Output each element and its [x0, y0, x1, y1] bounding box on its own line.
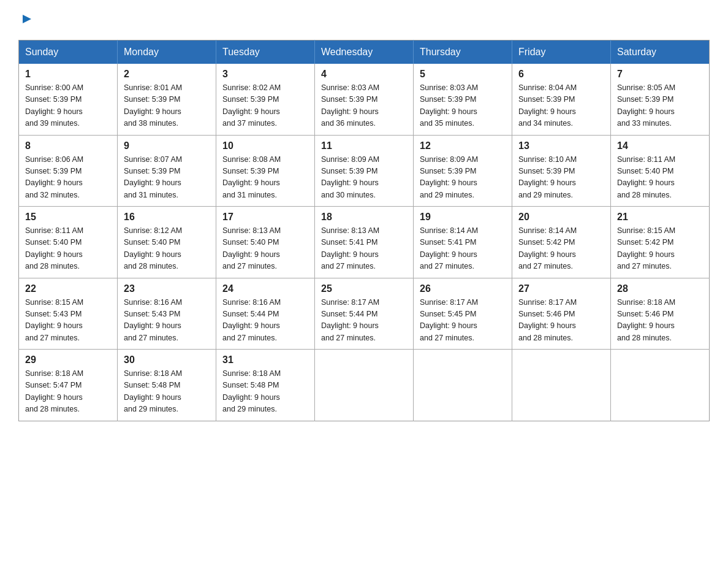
daylight-label: Daylight: 9 hours: [518, 250, 576, 259]
calendar-cell: 24 Sunrise: 8:16 AM Sunset: 5:44 PM Dayl…: [216, 278, 315, 350]
daylight-label: Daylight: 9 hours: [222, 321, 280, 330]
sunrise-label: Sunrise: 8:17 AM: [518, 298, 577, 307]
sunrise-label: Sunrise: 8:03 AM: [420, 83, 478, 92]
sunset-label: Sunset: 5:48 PM: [124, 381, 180, 389]
daylight-label: Daylight: 9 hours: [25, 393, 83, 402]
day-info: Sunrise: 8:11 AM Sunset: 5:40 PM Dayligh…: [25, 225, 111, 273]
calendar-cell: [512, 350, 611, 421]
day-number: 18: [321, 212, 407, 223]
sunset-label: Sunset: 5:46 PM: [518, 310, 575, 318]
day-info: Sunrise: 8:05 AM Sunset: 5:39 PM Dayligh…: [617, 82, 703, 130]
sunset-label: Sunset: 5:46 PM: [617, 310, 673, 318]
calendar-cell: 13 Sunrise: 8:10 AM Sunset: 5:39 PM Dayl…: [512, 135, 611, 207]
sunset-label: Sunset: 5:39 PM: [420, 95, 476, 104]
sunset-label: Sunset: 5:39 PM: [518, 95, 575, 104]
day-info: Sunrise: 8:12 AM Sunset: 5:40 PM Dayligh…: [124, 225, 210, 273]
daylight-minutes: and 29 minutes.: [222, 405, 277, 413]
day-info: Sunrise: 8:04 AM Sunset: 5:39 PM Dayligh…: [518, 82, 604, 130]
sunset-label: Sunset: 5:47 PM: [25, 381, 82, 389]
logo-arrow-icon: [20, 12, 34, 28]
calendar-cell: 23 Sunrise: 8:16 AM Sunset: 5:43 PM Dayl…: [118, 278, 216, 350]
sunrise-label: Sunrise: 8:16 AM: [222, 298, 281, 307]
daylight-minutes: and 33 minutes.: [617, 119, 672, 128]
daylight-label: Daylight: 9 hours: [124, 393, 181, 402]
daylight-label: Daylight: 9 hours: [222, 250, 280, 259]
daylight-minutes: and 38 minutes.: [124, 119, 178, 128]
sunrise-label: Sunrise: 8:17 AM: [420, 298, 478, 307]
day-number: 27: [518, 283, 604, 294]
daylight-minutes: and 28 minutes.: [518, 334, 573, 342]
sunset-label: Sunset: 5:40 PM: [25, 238, 82, 247]
calendar-header-saturday: Saturday: [611, 40, 710, 64]
day-number: 14: [617, 140, 703, 151]
calendar-cell: 3 Sunrise: 8:02 AM Sunset: 5:39 PM Dayli…: [216, 64, 315, 135]
daylight-minutes: and 28 minutes.: [25, 262, 80, 270]
daylight-label: Daylight: 9 hours: [222, 178, 280, 187]
sunset-label: Sunset: 5:41 PM: [321, 238, 377, 247]
day-info: Sunrise: 8:13 AM Sunset: 5:41 PM Dayligh…: [321, 225, 407, 273]
calendar-cell: 9 Sunrise: 8:07 AM Sunset: 5:39 PM Dayli…: [118, 135, 216, 207]
daylight-label: Daylight: 9 hours: [25, 107, 83, 116]
calendar-cell: 29 Sunrise: 8:18 AM Sunset: 5:47 PM Dayl…: [19, 350, 118, 421]
day-number: 22: [25, 283, 111, 294]
sunset-label: Sunset: 5:42 PM: [617, 238, 673, 247]
day-info: Sunrise: 8:07 AM Sunset: 5:39 PM Dayligh…: [124, 154, 210, 202]
sunrise-label: Sunrise: 8:14 AM: [420, 226, 478, 235]
calendar-week-4: 22 Sunrise: 8:15 AM Sunset: 5:43 PM Dayl…: [19, 278, 710, 350]
day-number: 2: [124, 69, 210, 80]
sunset-label: Sunset: 5:39 PM: [420, 167, 476, 175]
daylight-minutes: and 27 minutes.: [617, 262, 672, 270]
daylight-minutes: and 27 minutes.: [25, 334, 80, 342]
calendar-table: SundayMondayTuesdayWednesdayThursdayFrid…: [18, 40, 710, 421]
sunrise-label: Sunrise: 8:12 AM: [124, 226, 182, 235]
day-number: 12: [420, 140, 506, 151]
daylight-label: Daylight: 9 hours: [420, 250, 477, 259]
sunrise-label: Sunrise: 8:00 AM: [25, 83, 83, 92]
calendar-header-tuesday: Tuesday: [216, 40, 315, 64]
day-number: 23: [124, 283, 210, 294]
day-info: Sunrise: 8:18 AM Sunset: 5:48 PM Dayligh…: [124, 368, 210, 416]
day-info: Sunrise: 8:14 AM Sunset: 5:41 PM Dayligh…: [420, 225, 506, 273]
daylight-minutes: and 28 minutes.: [617, 191, 672, 199]
calendar-cell: 18 Sunrise: 8:13 AM Sunset: 5:41 PM Dayl…: [315, 207, 414, 278]
daylight-minutes: and 27 minutes.: [420, 262, 474, 270]
day-number: 20: [518, 212, 604, 223]
sunrise-label: Sunrise: 8:11 AM: [617, 155, 675, 164]
daylight-minutes: and 34 minutes.: [518, 119, 573, 128]
calendar-cell: 31 Sunrise: 8:18 AM Sunset: 5:48 PM Dayl…: [216, 350, 315, 421]
sunset-label: Sunset: 5:40 PM: [124, 238, 180, 247]
calendar-week-2: 8 Sunrise: 8:06 AM Sunset: 5:39 PM Dayli…: [19, 135, 710, 207]
sunrise-label: Sunrise: 8:03 AM: [321, 83, 379, 92]
day-number: 28: [617, 283, 703, 294]
daylight-minutes: and 28 minutes.: [25, 405, 80, 413]
calendar-week-1: 1 Sunrise: 8:00 AM Sunset: 5:39 PM Dayli…: [19, 64, 710, 135]
day-number: 24: [222, 283, 308, 294]
sunrise-label: Sunrise: 8:15 AM: [617, 226, 675, 235]
calendar-cell: 22 Sunrise: 8:15 AM Sunset: 5:43 PM Dayl…: [19, 278, 118, 350]
daylight-label: Daylight: 9 hours: [617, 178, 675, 187]
daylight-label: Daylight: 9 hours: [124, 178, 181, 187]
daylight-minutes: and 28 minutes.: [617, 334, 672, 342]
sunrise-label: Sunrise: 8:16 AM: [124, 298, 182, 307]
sunset-label: Sunset: 5:39 PM: [222, 167, 279, 175]
daylight-label: Daylight: 9 hours: [518, 107, 576, 116]
calendar-cell: 1 Sunrise: 8:00 AM Sunset: 5:39 PM Dayli…: [19, 64, 118, 135]
daylight-label: Daylight: 9 hours: [321, 178, 379, 187]
daylight-minutes: and 29 minutes.: [420, 191, 474, 199]
svg-marker-0: [23, 15, 31, 23]
calendar-cell: 20 Sunrise: 8:14 AM Sunset: 5:42 PM Dayl…: [512, 207, 611, 278]
daylight-minutes: and 31 minutes.: [124, 191, 178, 199]
daylight-minutes: and 27 minutes.: [518, 262, 573, 270]
day-info: Sunrise: 8:00 AM Sunset: 5:39 PM Dayligh…: [25, 82, 111, 130]
calendar-cell: 2 Sunrise: 8:01 AM Sunset: 5:39 PM Dayli…: [118, 64, 216, 135]
daylight-label: Daylight: 9 hours: [222, 107, 280, 116]
daylight-minutes: and 27 minutes.: [420, 334, 474, 342]
day-info: Sunrise: 8:09 AM Sunset: 5:39 PM Dayligh…: [420, 154, 506, 202]
day-info: Sunrise: 8:15 AM Sunset: 5:42 PM Dayligh…: [617, 225, 703, 273]
sunrise-label: Sunrise: 8:06 AM: [25, 155, 83, 164]
daylight-label: Daylight: 9 hours: [124, 321, 181, 330]
calendar-cell: [414, 350, 512, 421]
sunset-label: Sunset: 5:45 PM: [420, 310, 476, 318]
calendar-cell: 11 Sunrise: 8:09 AM Sunset: 5:39 PM Dayl…: [315, 135, 414, 207]
day-info: Sunrise: 8:16 AM Sunset: 5:44 PM Dayligh…: [222, 297, 308, 345]
